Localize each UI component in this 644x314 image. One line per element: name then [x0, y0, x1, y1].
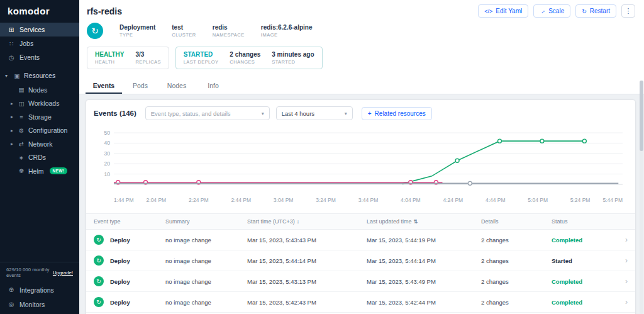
svg-text:2:44 PM: 2:44 PM [231, 197, 251, 203]
sidebar-item-workloads[interactable]: ▸ ◫ Workloads [0, 97, 79, 111]
chevron-right-icon[interactable]: › [616, 256, 628, 265]
sidebar-item-events[interactable]: ◷ Events [0, 50, 79, 64]
table-row[interactable]: ↻ Deploy no image change Mar 15, 2023, 5… [86, 230, 635, 250]
tab-events[interactable]: Events [86, 77, 122, 94]
event-type-cell: Deploy [110, 237, 165, 244]
chevron-down-icon: ▾ [262, 111, 264, 116]
svg-text:3:44 PM: 3:44 PM [358, 197, 379, 203]
chevron-right-icon[interactable]: › [616, 298, 628, 306]
jobs-icon: ∷ [8, 40, 15, 47]
sidebar-group-resources[interactable]: ▾ ▣ Resources [0, 68, 79, 83]
services-icon: ⊞ [8, 26, 15, 33]
sidebar-item-helm[interactable]: ☸ Helm NEW! [0, 164, 79, 178]
col-summary[interactable]: Summary [165, 218, 247, 225]
sidebar-item-configuration[interactable]: ▸ ⚙ Configuration [0, 124, 79, 138]
sidebar-item-label: Configuration [28, 126, 67, 134]
svg-text:5:44 PM: 5:44 PM [602, 197, 623, 203]
deploy-event-icon: ↻ [94, 297, 104, 307]
chevron-right-icon[interactable]: › [616, 277, 628, 286]
time-range-select[interactable]: Last 4 hours ▾ [276, 106, 353, 120]
sidebar-item-crds[interactable]: ∗ CRDs [0, 151, 79, 165]
status-cell: Completed [552, 237, 616, 244]
edit-yaml-button[interactable]: </> Edit Yaml [478, 4, 528, 18]
deploy-event-icon: ↻ [94, 276, 104, 286]
table-row[interactable]: ↻ Deploy no image change Mar 15, 2023, 5… [86, 271, 635, 292]
meta-image: redis:6.2.6-alpine IMAGE [261, 24, 313, 38]
chevron-right-icon: ▸ [9, 141, 14, 147]
restart-button[interactable]: ↻ Restart [575, 4, 616, 18]
sidebar-item-integrations[interactable]: ⊕ Integrations [0, 283, 79, 297]
deploy-event-icon: ↻ [94, 235, 104, 245]
chevron-right-icon: ▸ [9, 114, 14, 120]
events-count-title: Events (146) [94, 109, 136, 117]
svg-text:5:04 PM: 5:04 PM [528, 197, 548, 203]
status-cell: Completed [552, 278, 616, 285]
event-type-cell: Deploy [110, 299, 165, 306]
col-details[interactable]: Details [481, 218, 552, 225]
sidebar-item-label: Integrations [19, 286, 54, 294]
sidebar-item-jobs[interactable]: ∷ Jobs [0, 36, 79, 50]
events-table-header: Event type Summary Start time (UTC+3)↓ L… [86, 213, 635, 230]
last-updated-cell: Mar 15, 2023, 5:42:44 PM [367, 299, 481, 306]
summary-cell: no image change [165, 257, 247, 264]
main-content: rfs-redis </> Edit Yaml ↔ Scale ↻ Restar… [79, 0, 644, 314]
workloads-icon: ◫ [18, 100, 25, 107]
vertical-scrollbar[interactable] [640, 81, 643, 314]
sidebar: komodor ⊞ Services ∷ Jobs ◷ Events ▾ ▣ R… [0, 0, 79, 314]
scale-button[interactable]: ↔ Scale [533, 4, 570, 18]
crds-icon: ∗ [18, 154, 25, 161]
status-cell: Completed [552, 299, 616, 306]
last-updated-cell: Mar 15, 2023, 5:44:14 PM [367, 257, 481, 264]
table-row[interactable]: ↻ Deploy no image change Mar 15, 2023, 5… [86, 292, 635, 313]
col-last-updated[interactable]: Last updated time⇅ [367, 218, 481, 225]
svg-text:4:24 PM: 4:24 PM [443, 197, 464, 203]
svg-text:50: 50 [104, 130, 111, 136]
svg-text:5:24 PM: 5:24 PM [570, 197, 591, 203]
time-range-value: Last 4 hours [282, 110, 314, 117]
tab-nodes[interactable]: Nodes [158, 77, 195, 94]
table-row[interactable]: ↻ Deploy no image change Mar 15, 2023, 5… [86, 250, 635, 271]
event-filter-select[interactable]: Event type, status, and details ▾ [145, 106, 270, 120]
sidebar-item-storage[interactable]: ▸ ≡ Storage [0, 110, 79, 124]
usage-text: 629/10 000 monthly events [6, 267, 50, 278]
tab-info[interactable]: Info [195, 77, 231, 94]
replicas-value: 3/3 [135, 51, 160, 58]
svg-text:20: 20 [104, 160, 111, 167]
scrollbar-thumb[interactable] [640, 81, 643, 151]
sidebar-item-label: Network [28, 140, 53, 148]
sidebar-item-network[interactable]: ▸ ⇄ Network [0, 137, 79, 151]
svg-text:40: 40 [104, 140, 111, 146]
svg-text:4:44 PM: 4:44 PM [486, 197, 506, 203]
last-updated-cell: Mar 15, 2023, 5:44:19 PM [367, 237, 481, 244]
sidebar-item-nodes[interactable]: ▤ Nodes [0, 83, 79, 97]
health-card[interactable]: HEALTHY HEALTH 3/3 REPLICAS [87, 47, 169, 69]
last-updated-cell: Mar 15, 2023, 5:43:49 PM [367, 278, 481, 285]
svg-text:10: 10 [104, 171, 111, 177]
sidebar-item-label: Storage [28, 113, 52, 121]
sidebar-item-services[interactable]: ⊞ Services [0, 23, 79, 36]
configuration-icon: ⚙ [18, 127, 25, 134]
col-start-time[interactable]: Start time (UTC+3)↓ [247, 218, 367, 225]
last-deploy-card[interactable]: STARTED LAST DEPLOY 2 changes CHANGES 3 … [175, 47, 323, 69]
col-event-type[interactable]: Event type [94, 218, 165, 225]
status-cell: Started [552, 257, 616, 264]
chart-container: 10203040501:44 PM2:04 PM2:24 PM2:44 PM3:… [86, 124, 635, 208]
sidebar-group-label: Resources [24, 72, 55, 79]
col-status[interactable]: Status [552, 218, 616, 225]
sidebar-item-label: Monitors [19, 301, 45, 308]
tab-pods[interactable]: Pods [122, 77, 158, 94]
summary-cell: no image change [165, 278, 247, 285]
upgrade-link[interactable]: Upgrade! [53, 270, 73, 276]
deployment-icon: ↻ [87, 23, 103, 39]
svg-text:3:04 PM: 3:04 PM [274, 197, 294, 203]
details-cell: 2 changes [481, 257, 552, 264]
deploy-status: STARTED [184, 51, 219, 58]
sidebar-item-label: Events [19, 53, 40, 61]
svg-text:30: 30 [104, 150, 111, 157]
sidebar-item-monitors[interactable]: ◎ Monitors [0, 297, 79, 311]
chevron-right-icon[interactable]: › [616, 235, 628, 244]
usage-meter: 629/10 000 monthly events Upgrade! [0, 262, 79, 283]
start-time-cell: Mar 15, 2023, 5:44:14 PM [247, 257, 367, 264]
more-actions-button[interactable]: ⋮ [621, 4, 635, 18]
related-resources-button[interactable]: + Related resources [362, 107, 432, 120]
